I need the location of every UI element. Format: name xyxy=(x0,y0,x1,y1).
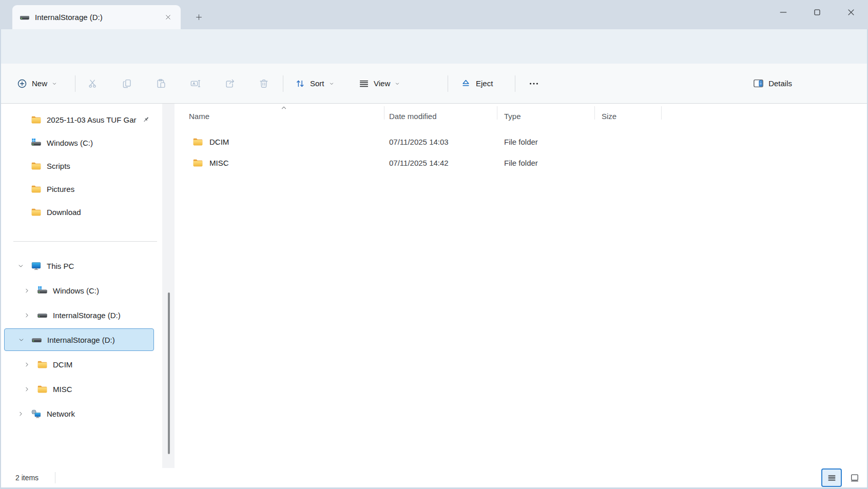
new-tab-button[interactable] xyxy=(191,9,206,25)
column-separator[interactable] xyxy=(384,106,384,120)
sidebar-item-label: InternalStorage (D:) xyxy=(53,311,121,320)
status-bar: 2 items xyxy=(0,468,868,489)
chevron-right-icon xyxy=(24,386,30,393)
chevron-down-icon xyxy=(17,263,24,269)
chevron-right-icon xyxy=(24,287,30,294)
drive-icon xyxy=(37,310,48,321)
toolbar-separator xyxy=(283,75,283,92)
cut-button[interactable] xyxy=(82,72,104,95)
sort-label: Sort xyxy=(310,79,324,88)
sidebar-item-pinned-folder[interactable]: 2025-11-03 Asus TUF Gar xyxy=(4,109,154,130)
chevron-right-icon xyxy=(17,410,24,417)
rename-button[interactable] xyxy=(184,72,207,95)
trash-icon xyxy=(258,78,269,89)
navigation-bar: InternalStorage (D:) xyxy=(0,29,868,64)
explorer-tab[interactable]: InternalStorage (D:) xyxy=(12,5,181,29)
pin-icon xyxy=(142,116,150,124)
sidebar-item-dcim[interactable]: DCIM xyxy=(4,354,154,375)
this-pc-icon xyxy=(31,261,42,271)
expand-chevron[interactable] xyxy=(15,261,26,271)
folder-icon xyxy=(192,158,203,168)
window-edge xyxy=(0,29,1,489)
file-row-dcim[interactable]: DCIM 07/11/2025 14:03 File folder xyxy=(169,131,868,152)
file-row-misc[interactable]: MISC 07/11/2025 14:42 File folder xyxy=(169,152,868,173)
sidebar-item-misc[interactable]: MISC xyxy=(4,379,154,399)
file-type: File folder xyxy=(497,159,594,167)
window-controls xyxy=(766,0,868,25)
content-area: 2025-11-03 Asus TUF Gar Windows (C:) Scr… xyxy=(0,104,868,468)
expand-chevron[interactable] xyxy=(15,408,26,419)
close-icon xyxy=(164,13,172,21)
new-plus-icon xyxy=(16,78,28,89)
expand-chevron[interactable] xyxy=(22,310,32,320)
maximize-icon xyxy=(812,7,822,17)
sidebar-item-label: 2025-11-03 Asus TUF Gar xyxy=(47,115,137,124)
maximize-button[interactable] xyxy=(800,0,834,25)
column-separator[interactable] xyxy=(594,106,595,120)
cut-icon xyxy=(87,78,99,89)
column-separator[interactable] xyxy=(661,106,662,120)
file-name: MISC xyxy=(209,159,229,167)
close-button[interactable] xyxy=(834,0,868,25)
sidebar-item-network[interactable]: Network xyxy=(4,403,154,424)
sidebar-item-label: Scripts xyxy=(47,162,70,170)
sidebar-item-label: Pictures xyxy=(47,185,74,193)
column-header-date-modified[interactable]: Date modified xyxy=(384,112,497,121)
expand-chevron[interactable] xyxy=(16,335,26,345)
toolbar-separator xyxy=(75,75,75,92)
chevron-down-icon xyxy=(51,81,57,87)
column-separator[interactable] xyxy=(497,106,497,120)
more-options-button[interactable] xyxy=(523,72,545,95)
view-toggles xyxy=(821,468,865,487)
large-icons-view-toggle[interactable] xyxy=(844,468,865,487)
copy-button[interactable] xyxy=(116,72,139,95)
minimize-icon xyxy=(778,7,788,17)
minimize-button[interactable] xyxy=(766,0,800,25)
sidebar-item-windows-c-tree[interactable]: Windows (C:) xyxy=(4,280,154,301)
view-button[interactable]: View xyxy=(354,72,404,95)
details-pane-button[interactable]: Details xyxy=(748,72,796,95)
folder-icon xyxy=(31,184,42,194)
eject-button[interactable]: Eject xyxy=(456,72,497,95)
windows-drive-icon xyxy=(31,138,42,148)
drive-icon xyxy=(31,335,42,345)
chevron-right-icon xyxy=(24,361,30,368)
chevron-down-icon xyxy=(329,81,335,87)
file-list: Name Date modified Type Size DCIM 07/11/… xyxy=(169,104,868,468)
details-view-toggle[interactable] xyxy=(821,468,842,487)
sort-button[interactable]: Sort xyxy=(291,72,339,95)
sidebar-item-scripts[interactable]: Scripts xyxy=(4,155,154,176)
expand-chevron[interactable] xyxy=(22,384,32,394)
new-button[interactable]: New xyxy=(12,72,62,95)
network-icon xyxy=(31,408,42,419)
sidebar-item-internalstorage-d-selected[interactable]: InternalStorage (D:) xyxy=(4,328,154,351)
share-button[interactable] xyxy=(219,72,241,95)
drive-icon xyxy=(20,12,30,23)
folder-icon xyxy=(37,384,48,395)
column-header-type[interactable]: Type xyxy=(497,112,594,121)
view-lines-icon xyxy=(358,78,370,89)
column-header-name[interactable]: Name xyxy=(169,112,384,121)
sidebar-item-label: Download xyxy=(47,208,81,217)
expand-chevron[interactable] xyxy=(22,285,32,296)
tab-close-button[interactable] xyxy=(161,11,175,24)
sidebar-item-pictures[interactable]: Pictures xyxy=(4,179,154,199)
expand-chevron[interactable] xyxy=(22,359,32,369)
chevron-down-icon xyxy=(394,81,400,87)
folder-icon xyxy=(31,161,42,171)
column-header-size[interactable]: Size xyxy=(594,112,661,121)
ellipsis-icon xyxy=(528,78,539,89)
sidebar-item-internalstorage-d-tree[interactable]: InternalStorage (D:) xyxy=(4,305,154,325)
delete-button[interactable] xyxy=(253,72,275,95)
sidebar-item-download[interactable]: Download xyxy=(4,202,154,222)
details-label: Details xyxy=(768,79,792,88)
sidebar-item-this-pc[interactable]: This PC xyxy=(4,256,154,276)
sidebar-item-windows-c[interactable]: Windows (C:) xyxy=(4,132,154,153)
paste-button[interactable] xyxy=(150,72,172,95)
file-date-modified: 07/11/2025 14:42 xyxy=(384,159,497,167)
toolbar-separator xyxy=(448,75,448,92)
thumbnail-view-icon xyxy=(850,473,860,483)
folder-icon xyxy=(31,207,42,218)
details-pane-icon xyxy=(753,77,764,89)
tab-title: InternalStorage (D:) xyxy=(35,13,103,22)
